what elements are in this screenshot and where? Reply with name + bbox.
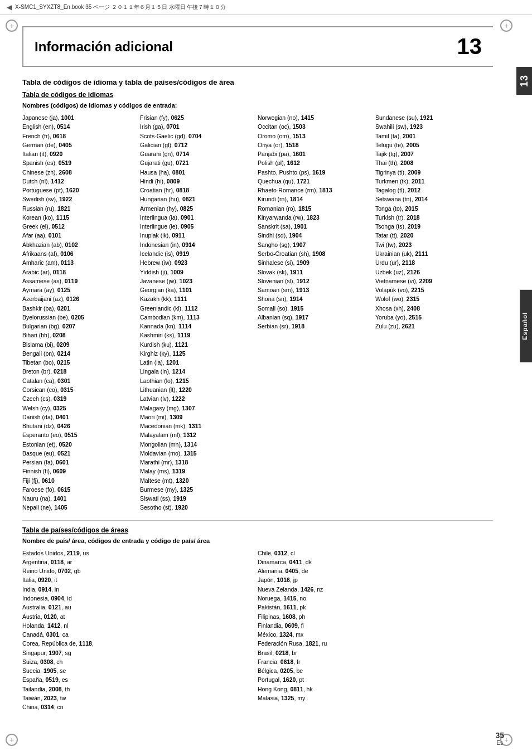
lang-entry: Finlandia, 0609, fi <box>258 621 487 630</box>
lang-entry: Macedonian (mk), 1311 <box>140 421 252 430</box>
lang-entry: French (fr), 0618 <box>22 132 134 140</box>
lang-entry: German (de), 0405 <box>22 140 134 149</box>
subsection1-heading: Tabla de códigos de idiomas <box>22 91 493 99</box>
lang-entry: Italia, 0920, it <box>22 575 252 584</box>
lang-col-2: Frisian (fy), 0625Irish (ga), 0701Scots-… <box>140 113 258 512</box>
lang-entry: Laothian (lo), 1215 <box>140 376 252 385</box>
lang-entry: Czech (cs), 0319 <box>22 394 134 403</box>
lang-entry: Tatar (tt), 2020 <box>375 231 487 240</box>
lang-entry: Gujarati (gu), 0721 <box>140 158 252 167</box>
lang-entry: Chile, 0312, cl <box>258 549 487 558</box>
lang-entry: Setswana (tn), 2014 <box>375 195 487 203</box>
lang-entry: Ukrainian (uk), 2111 <box>375 249 487 258</box>
lang-entry: Esperanto (eo), 0515 <box>22 430 134 439</box>
lang-entry: Somali (so), 1915 <box>258 304 370 313</box>
lang-entry: Spanish (es), 0519 <box>22 158 134 167</box>
lang-entry: Basque (eu), 0521 <box>22 449 134 458</box>
lang-entry: Thai (th), 2008 <box>375 158 487 167</box>
lang-entry: Oromo (om), 1513 <box>258 132 370 140</box>
lang-entry: India, 0914, in <box>22 585 252 594</box>
lang-entry: Tagalog (tl), 2012 <box>375 186 487 195</box>
lang-entry: Kirghiz (ky), 1125 <box>140 349 252 358</box>
lang-entry: Hebrew (iw), 0923 <box>140 258 252 267</box>
lang-entry: Malay (ms), 1319 <box>140 467 252 476</box>
country-col-1: Estados Unidos, 2119, usArgentina, 0118,… <box>22 549 258 712</box>
lang-entry: Reino Unido, 0702, gb <box>22 566 252 575</box>
main-content: Información adicional 13 Tabla de código… <box>0 15 515 723</box>
lang-entry: Mongolian (mn), 1314 <box>140 440 252 449</box>
lang-entry: Faroese (fo), 0615 <box>22 485 134 494</box>
lang-entry: Bulgarian (bg), 0207 <box>22 322 134 331</box>
lang-entry: Malagasy (mg), 1307 <box>140 404 252 413</box>
lang-entry: Assamese (as), 0119 <box>22 277 134 285</box>
language-table: Japanese (ja), 1001English (en), 0514Fre… <box>22 113 493 512</box>
espanol-sidebar-tab: Español <box>520 290 532 362</box>
lang-entry: Brasil, 0218, br <box>258 648 487 657</box>
lang-entry: Chinese (zh), 2608 <box>22 168 134 177</box>
footer: 35 Es <box>495 731 504 746</box>
lang-entry: Oriya (or), 1518 <box>258 140 370 149</box>
lang-entry: Aymara (ay), 0125 <box>22 285 134 294</box>
lang-entry: Austria, 0120, at <box>22 612 252 621</box>
lang-entry: Albanian (sq), 1917 <box>258 313 370 322</box>
lang-entry: Persian (fa), 0601 <box>22 458 134 467</box>
lang-entry: Maori (mi), 1309 <box>140 413 252 421</box>
lang-entry: Federación Rusa, 1821, ru <box>258 639 487 648</box>
lang-entry: Tailandia, 2008, th <box>22 685 252 694</box>
lang-entry: Portugal, 1620, pt <box>258 675 487 684</box>
lang-entry: Guarani (gn), 0714 <box>140 149 252 158</box>
lang-entry: Interlingua (ia), 0901 <box>140 213 252 222</box>
lang-entry: Tajik (tg), 2007 <box>375 149 487 158</box>
lang-entry: Greenlandic (kl), 1112 <box>140 304 252 313</box>
lang-entry: Sangho (sg), 1907 <box>258 240 370 249</box>
lang-entry: Finnish (fi), 0609 <box>22 467 134 476</box>
lang-col-3: Norwegian (no), 1415Occitan (oc), 1503Or… <box>258 113 375 512</box>
lang-entry: English (en), 0514 <box>22 122 134 131</box>
chapter-number-badge: 13 <box>446 34 482 59</box>
lang-entry: Hong Kong, 0811, hk <box>258 685 487 694</box>
lang-entry: Moldavian (mo), 1315 <box>140 449 252 458</box>
lang-entry: Latin (la), 1201 <box>140 358 252 367</box>
subsection2-heading: Tabla de países/códigos de áreas <box>22 526 493 534</box>
lang-entry: Alemania, 0405, de <box>258 566 487 575</box>
lang-entry: Lithuanian (lt), 1220 <box>140 385 252 394</box>
lang-entry: Afrikaans (af), 0106 <box>22 249 134 258</box>
lang-entry: Latvian (lv), 1222 <box>140 394 252 403</box>
lang-entry: Georgian (ka), 1101 <box>140 285 252 294</box>
lang-entry: Breton (br), 0218 <box>22 367 134 376</box>
lang-entry: Holanda, 1412, nl <box>22 621 252 630</box>
lang-entry: Frisian (fy), 0625 <box>140 113 252 122</box>
lang-entry: Turkmen (tk), 2011 <box>375 177 487 186</box>
lang-entry: Australia, 0121, au <box>22 603 252 612</box>
lang-entry: Taiwán, 2023, tw <box>22 694 252 702</box>
lang-entry: Shona (sn), 1914 <box>258 294 370 303</box>
lang-entry: Hausa (ha), 0801 <box>140 168 252 177</box>
header-text: X-SMC1_SYXZT8_En.book 35 ページ ２０１１年６月１５日 … <box>15 3 226 11</box>
lang-entry: Yoruba (yo), 2515 <box>375 313 487 322</box>
lang-entry: Sindhi (sd), 1904 <box>258 231 370 240</box>
lang-entry: Suiza, 0308, ch <box>22 657 252 666</box>
lang-entry: Filipinas, 1608, ph <box>258 612 487 621</box>
lang-entry: Xhosa (xh), 2408 <box>375 304 487 313</box>
lang-entry: Singapur, 1907, sg <box>22 648 252 657</box>
lang-entry: Uzbek (uz), 2126 <box>375 268 487 277</box>
lang-entry: Occitan (oc), 1503 <box>258 122 370 131</box>
lang-entry: Indonesian (in), 0914 <box>140 240 252 249</box>
lang-entry: Icelandic (is), 0919 <box>140 249 252 258</box>
lang-entry: Greek (el), 0512 <box>22 222 134 231</box>
lang-entry: Afar (aa), 0101 <box>22 231 134 240</box>
lang-entry: Corea, República de, 1118, <box>22 639 252 648</box>
lang-entry: Telugu (te), 2005 <box>375 140 487 149</box>
lang-entry: Slovenian (sl), 1912 <box>258 277 370 285</box>
lang-entry: Galician (gl), 0712 <box>140 140 252 149</box>
corner-decoration-tl <box>6 20 18 32</box>
lang-entry: Inupiak (ik), 0911 <box>140 231 252 240</box>
lang-entry: Nueva Zelanda, 1426, nz <box>258 585 487 594</box>
section1-heading: Tabla de códigos de idioma y tabla de pa… <box>22 78 493 86</box>
lang-entry: Fiji (fj), 0610 <box>22 476 134 485</box>
lang-entry: China, 0314, cn <box>22 702 252 711</box>
lang-entry: Samoan (sm), 1913 <box>258 285 370 294</box>
lang-entry: Kirundi (rn), 1814 <box>258 195 370 203</box>
lang-entry: Abkhazian (ab), 0102 <box>22 240 134 249</box>
lang-entry: Bengali (bn), 0214 <box>22 349 134 358</box>
